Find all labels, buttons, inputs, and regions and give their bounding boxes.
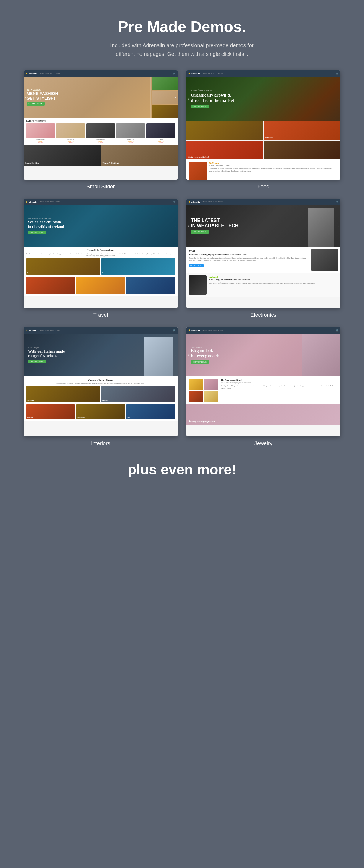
- electronics-hero-text: THE LATESTIN WEARABLE TECH GET THE THEME…: [191, 218, 239, 234]
- food-hero-btn[interactable]: GET THE THEME!: [191, 105, 209, 108]
- demo-label-interiors: Interiors: [91, 440, 110, 447]
- travel-navbar: ⚡ adrenalin HOME SHOP BLOG PAGES 🛒: [24, 199, 177, 205]
- food-text: Delicious! FOODS, BREAD & COFFEE Our att…: [209, 162, 338, 173]
- demo-interiors: ⚡ adrenalin HOME SHOP BLOG PAGES 🛒 Cook …: [24, 327, 177, 447]
- product-feather[interactable]: Feather Tee ★★★★☆ $19.00: [56, 123, 85, 144]
- small-slider-cta[interactable]: GET THE THEME!: [27, 102, 45, 106]
- small-slider-bottom-banners: Men's Clothing Women's Clothing: [24, 145, 177, 166]
- vaio-btn[interactable]: GET THE THEME!: [189, 264, 204, 267]
- electronics-hero-btn[interactable]: GET THE THEME!: [191, 230, 209, 234]
- interiors-arrow-right[interactable]: ›: [175, 352, 176, 358]
- travel-hero-text: The rugged beauty of Kerry See an ancien…: [28, 217, 64, 234]
- android-logo: android: [209, 275, 338, 278]
- small-slider-arrow-left[interactable]: ‹: [25, 95, 27, 100]
- food-navbar: ⚡ adrenalin HOME SHOP BLOG PAGES 🛒: [187, 70, 340, 77]
- demo-thumb-interiors[interactable]: ⚡ adrenalin HOME SHOP BLOG PAGES 🛒 Cook …: [24, 327, 177, 436]
- jewelry-swarovski: The Swarovski Range Make a beautiful gif…: [187, 376, 340, 404]
- travel-logo: ⚡ adrenalin: [25, 201, 37, 203]
- demos-grid: ⚡ adrenalin HOME SHOP BLOG PAGES 🛒 SALE …: [24, 70, 340, 447]
- interiors-bottom-kids: Kids: [126, 404, 175, 419]
- interiors-bottom-bathroom: Bathroom: [26, 404, 75, 419]
- demo-thumb-jewelry[interactable]: ⚡ adrenalin HOME SHOP BLOG PAGES 🛒 Pearl…: [187, 327, 340, 436]
- interiors-create: Create a Better Home Our mission is to c…: [24, 376, 177, 404]
- room-bedroom[interactable]: Bedroom: [26, 386, 100, 402]
- demo-label-food: Food: [257, 184, 270, 190]
- small-slider-logo: ⚡ adrenalin: [25, 72, 37, 75]
- interiors-nav: HOME SHOP BLOG PAGES: [39, 330, 60, 331]
- travel-hero: The rugged beauty of Kerry See an ancien…: [24, 205, 177, 247]
- jewelry-text: The Swarovski Range Make a beautiful gif…: [221, 379, 338, 402]
- interiors-bottom-home-office: Home Office: [76, 404, 125, 419]
- jewelry-hero-text: Pearl earrings Elegant lookfor every occ…: [191, 346, 223, 364]
- food-arrow-left[interactable]: ‹: [188, 96, 189, 101]
- demo-label-electronics: Electronics: [250, 312, 276, 318]
- interiors-cart: 🛒: [173, 329, 176, 332]
- jewelry-hero-btn[interactable]: GET THE THEME!: [191, 360, 209, 364]
- food-grid: Delicious! Mouth-wateringly delicious!: [187, 121, 340, 159]
- android-text: android New Range of Smartphones and Tab…: [209, 275, 338, 294]
- food-arrow-right[interactable]: ›: [337, 96, 339, 101]
- banner-mens[interactable]: Men's Clothing: [24, 145, 101, 166]
- vaio-section: VAIO The most stunning laptop on the mar…: [187, 247, 340, 273]
- jewelry-footer-text: Jewelry worn by superstars: [189, 420, 215, 423]
- small-slider-arrow-right[interactable]: ›: [175, 95, 176, 100]
- product-airfield[interactable]: Airfield ★★★★☆ $39.00: [146, 123, 175, 144]
- jewel-img-4: [204, 391, 218, 402]
- jewelry-arrow-left[interactable]: ‹: [188, 352, 189, 358]
- travel-arrow-right[interactable]: ›: [175, 223, 176, 228]
- electronics-arrow-right[interactable]: ›: [337, 223, 339, 228]
- product-striped[interactable]: Striped Top ★★★☆☆ $24.00: [116, 123, 145, 144]
- vaio-laptop-img: [311, 249, 338, 271]
- interiors-rooms: Bedroom Kitchen: [26, 386, 175, 402]
- place-venice[interactable]: Venice: [101, 258, 175, 275]
- demo-thumb-food[interactable]: ⚡ adrenalin HOME SHOP BLOG PAGES 🛒 Today…: [187, 70, 340, 180]
- interiors-hero-text: Cook in style With our Italian maderange…: [28, 347, 65, 364]
- jewelry-model-img: [302, 334, 340, 376]
- food-cell-coffee: [264, 141, 341, 159]
- small-slider-hero: SALE NOW ON MENS FASHIONGET STYLISH! GET…: [24, 77, 177, 118]
- jewelry-cart: 🛒: [336, 329, 339, 332]
- electronics-arrow-left[interactable]: ‹: [188, 223, 189, 228]
- product-elixir[interactable]: Elixir Hoodie ★★★★☆ $29.00: [26, 123, 55, 144]
- demo-thumb-electronics[interactable]: ⚡ adrenalin HOME SHOP BLOG PAGES 🛒 THE L…: [187, 199, 340, 308]
- food-cell-bread: [187, 121, 263, 140]
- demo-travel: ⚡ adrenalin HOME SHOP BLOG PAGES 🛒 The r…: [24, 199, 177, 318]
- header: Pre Made Demos. Included with Adrenalin …: [24, 18, 340, 58]
- travel-bottom: [24, 277, 177, 296]
- travel-hero-btn[interactable]: GET THE THEME!: [28, 230, 46, 234]
- jewelry-hero: Pearl earrings Elegant lookfor every occ…: [187, 334, 340, 376]
- travel-arrow-left[interactable]: ‹: [25, 223, 27, 228]
- small-slider-products-row: Elixir Hoodie ★★★★☆ $29.00 Feather Tee ★…: [26, 123, 175, 144]
- demo-food: ⚡ adrenalin HOME SHOP BLOG PAGES 🛒 Today…: [187, 70, 340, 190]
- room-kitchen[interactable]: Kitchen: [101, 386, 175, 402]
- demo-thumb-travel[interactable]: ⚡ adrenalin HOME SHOP BLOG PAGES 🛒 The r…: [24, 199, 177, 308]
- demo-thumb-small-slider[interactable]: ⚡ adrenalin HOME SHOP BLOG PAGES 🛒 SALE …: [24, 70, 177, 180]
- product-woolen[interactable]: Woolen Jacket ★★★★★ $49.00: [86, 123, 115, 144]
- jewelry-imgs: [189, 379, 218, 402]
- jewel-img-3: [189, 391, 203, 402]
- food-cell-salad: Delicious!: [264, 121, 341, 140]
- place-paris[interactable]: Paris: [26, 258, 100, 275]
- food-delicious-section: Delicious! FOODS, BREAD & COFFEE Our att…: [187, 159, 340, 180]
- electronics-cart: 🛒: [336, 201, 339, 203]
- jewelry-arrow-right[interactable]: ›: [337, 352, 339, 358]
- electronics-nav: HOME SHOP BLOG PAGES: [202, 201, 223, 203]
- footer: plus even more!: [24, 461, 340, 495]
- interiors-navbar: ⚡ adrenalin HOME SHOP BLOG PAGES 🛒: [24, 327, 177, 334]
- jewelry-logo: ⚡ adrenalin: [188, 329, 200, 332]
- page-subtitle: Included with Adrenalin are professional…: [24, 41, 340, 58]
- food-side-img: [189, 162, 206, 180]
- food-logo: ⚡ adrenalin: [188, 72, 200, 75]
- android-section: android New Range of Smartphones and Tab…: [187, 273, 340, 297]
- page-wrapper: Pre Made Demos. Included with Adrenalin …: [0, 0, 364, 519]
- banner-womens[interactable]: Women's Clothing: [101, 145, 178, 166]
- interiors-arrow-left[interactable]: ‹: [25, 352, 27, 358]
- demo-label-travel: Travel: [93, 312, 108, 318]
- food-hero-text: Today's fresh ingredients Organically gr…: [191, 89, 234, 108]
- interiors-hero: Cook in style With our Italian maderange…: [24, 334, 177, 376]
- single-click-link[interactable]: single click install: [206, 51, 247, 57]
- jewelry-nav: HOME SHOP BLOG PAGES: [202, 330, 223, 331]
- travel-nav: HOME SHOP BLOG PAGES: [39, 201, 60, 203]
- interiors-hero-btn[interactable]: GET THE THEME!: [28, 360, 46, 364]
- interiors-logo: ⚡ adrenalin: [25, 329, 37, 332]
